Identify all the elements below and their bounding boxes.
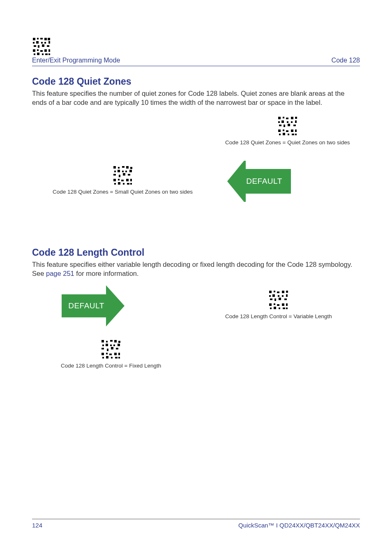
svg-rect-126 xyxy=(115,357,118,358)
svg-rect-102 xyxy=(286,308,288,309)
svg-rect-88 xyxy=(286,294,288,297)
svg-rect-108 xyxy=(118,341,120,343)
svg-rect-95 xyxy=(277,304,279,306)
section1-body: This feature specifies the number of qui… xyxy=(32,89,360,107)
section1-title: Code 128 Quiet Zones xyxy=(32,76,360,87)
svg-rect-23 xyxy=(45,53,48,55)
svg-rect-122 xyxy=(118,353,120,355)
section-length-control: Code 128 Length Control This feature spe… xyxy=(32,247,360,393)
option-quiet-zones-two-sides: Code 128 Quiet Zones = Quiet Zones on tw… xyxy=(225,116,350,146)
svg-rect-60 xyxy=(122,171,124,172)
svg-rect-36 xyxy=(279,125,281,126)
svg-rect-107 xyxy=(114,340,117,342)
barcode-icon xyxy=(268,289,289,311)
svg-rect-38 xyxy=(288,124,290,126)
svg-rect-98 xyxy=(270,308,272,309)
barcode-icon xyxy=(100,339,122,360)
svg-rect-91 xyxy=(279,298,281,300)
section2-title: Code 128 Length Control xyxy=(32,247,360,258)
svg-rect-110 xyxy=(106,344,108,346)
section2-body: This feature specifies either variable l… xyxy=(32,260,360,278)
svg-rect-22 xyxy=(42,53,44,55)
default-arrow-icon: DEFAULT xyxy=(61,285,127,326)
svg-rect-65 xyxy=(123,173,125,176)
svg-rect-16 xyxy=(37,49,39,51)
svg-rect-63 xyxy=(113,174,116,176)
section1-options: Code 128 Quiet Zones = Quiet Zones on tw… xyxy=(32,116,360,231)
page-number: 124 xyxy=(32,522,42,529)
svg-rect-54 xyxy=(118,167,120,169)
default-arrow-label: DEFAULT xyxy=(68,301,104,310)
svg-rect-3 xyxy=(40,38,43,39)
svg-rect-55 xyxy=(122,166,125,168)
svg-rect-26 xyxy=(278,117,281,119)
svg-rect-59 xyxy=(118,170,120,172)
header-left-label: Enter/Exit Programming Mode xyxy=(32,57,120,64)
svg-rect-106 xyxy=(110,340,113,342)
svg-rect-8 xyxy=(41,42,43,44)
svg-rect-127 xyxy=(118,357,120,358)
svg-rect-112 xyxy=(113,345,115,346)
svg-rect-45 xyxy=(279,134,281,135)
svg-rect-43 xyxy=(291,130,293,132)
svg-rect-30 xyxy=(295,117,297,119)
section2-options: DEFAULT xyxy=(32,285,360,392)
default-arrow-icon: DEFAULT xyxy=(225,161,291,202)
svg-rect-100 xyxy=(279,308,280,309)
svg-rect-117 xyxy=(116,348,118,349)
svg-rect-96 xyxy=(282,303,284,306)
svg-rect-80 xyxy=(274,291,275,292)
svg-rect-39 xyxy=(293,125,296,126)
svg-rect-84 xyxy=(269,295,271,297)
svg-rect-61 xyxy=(125,171,127,172)
svg-rect-32 xyxy=(281,120,284,123)
svg-rect-92 xyxy=(284,298,287,300)
svg-rect-87 xyxy=(282,295,284,297)
svg-rect-21 xyxy=(37,53,39,55)
svg-rect-115 xyxy=(107,349,108,351)
svg-rect-47 xyxy=(288,134,289,135)
enter-exit-barcode-icon xyxy=(32,37,51,56)
option-fixed-length: Code 128 Length Control = Fixed Length xyxy=(61,339,161,369)
svg-rect-90 xyxy=(274,298,276,301)
svg-rect-104 xyxy=(101,340,104,342)
barcode-icon xyxy=(277,116,298,137)
svg-rect-1 xyxy=(33,38,35,40)
svg-rect-44 xyxy=(295,130,297,132)
option-a-caption: Code 128 Length Control = Variable Lengt… xyxy=(225,313,332,319)
svg-rect-74 xyxy=(123,183,125,185)
svg-rect-75 xyxy=(127,183,129,185)
page-ref-link[interactable]: page 251 xyxy=(46,270,74,277)
svg-rect-111 xyxy=(110,345,112,346)
svg-rect-71 xyxy=(130,179,132,181)
svg-rect-114 xyxy=(101,348,104,349)
header-right-label: Code 128 xyxy=(332,57,360,64)
svg-rect-97 xyxy=(286,303,288,306)
svg-rect-66 xyxy=(128,174,130,176)
svg-rect-7 xyxy=(36,41,39,44)
svg-rect-70 xyxy=(126,179,129,181)
option-b-caption: Code 128 Quiet Zones = Small Quiet Zones… xyxy=(53,189,193,195)
svg-rect-57 xyxy=(130,167,132,169)
svg-rect-116 xyxy=(111,347,113,349)
svg-rect-121 xyxy=(114,353,117,355)
svg-rect-35 xyxy=(295,120,297,123)
svg-rect-76 xyxy=(130,183,132,185)
svg-rect-123 xyxy=(102,357,104,358)
svg-rect-67 xyxy=(113,179,116,181)
svg-rect-37 xyxy=(284,125,285,127)
page-container: Enter/Exit Programming Mode Code 128 Cod… xyxy=(0,0,392,555)
svg-rect-41 xyxy=(283,130,284,131)
svg-rect-31 xyxy=(278,121,280,123)
svg-rect-40 xyxy=(278,130,281,132)
svg-rect-124 xyxy=(106,356,108,358)
svg-rect-86 xyxy=(278,295,279,297)
option-a-caption: Code 128 Quiet Zones = Quiet Zones on tw… xyxy=(225,139,350,146)
svg-rect-62 xyxy=(129,170,132,172)
svg-rect-69 xyxy=(121,180,124,181)
svg-rect-99 xyxy=(274,307,276,309)
option-b-caption: Code 128 Length Control = Fixed Length xyxy=(61,363,161,369)
svg-rect-34 xyxy=(291,121,293,123)
svg-rect-17 xyxy=(40,50,43,52)
svg-rect-68 xyxy=(118,179,120,180)
